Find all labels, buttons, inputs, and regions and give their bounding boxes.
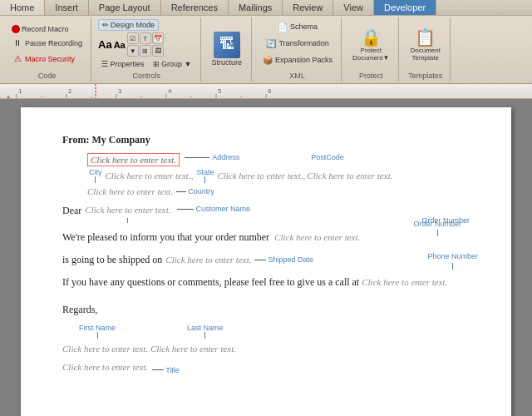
city-text[interactable]: Click here to enter text., — [106, 171, 194, 181]
from-line: From: My Company — [62, 132, 470, 148]
group-button[interactable]: ⊞ Group ▼ — [150, 58, 195, 70]
country-label: Country — [188, 187, 214, 196]
ctrl-icon-5[interactable]: ⊞ — [140, 45, 151, 57]
state-text[interactable]: Click here to enter text., — [217, 171, 305, 181]
dear-line: Dear Click here to enter text. Customer … — [62, 203, 470, 223]
document-area: From: My Company Click here to enter tex… — [0, 99, 532, 416]
ruler-svg: 1 2 3 4 5 6 — [0, 84, 515, 99]
svg-text:5: 5 — [218, 87, 222, 95]
shipped-date-label: Shipped Date — [268, 254, 313, 265]
aa-large-button[interactable]: Aa — [98, 38, 112, 51]
design-mode-button[interactable]: ✏ Design Mode — [98, 19, 159, 31]
address-label: Address — [212, 153, 239, 161]
ctrl-icon-4[interactable]: ▼ — [127, 45, 139, 57]
security-icon: ⚠ — [12, 53, 23, 65]
ribbon-content: Record Macro ⏸ Pause Recording ⚠ Macro S… — [0, 16, 532, 83]
xml-group-label: XML — [289, 70, 305, 80]
protect-label: Protect — [359, 70, 383, 80]
name-line[interactable]: Click here to enter text. Click here to … — [62, 342, 470, 357]
ruler: 1 2 3 4 5 6 — [0, 84, 532, 99]
postcode-label: PostCode — [311, 153, 344, 161]
tab-page-layout[interactable]: Page Layout — [89, 0, 161, 15]
transformation-icon: 🔄 — [265, 37, 277, 49]
ribbon-group-templates: 📋 DocumentTemplate Templates — [401, 17, 450, 82]
address-block: Click here to enter text. Address PostCo… — [87, 153, 470, 183]
svg-text:2: 2 — [68, 87, 72, 95]
ctrl-icon-6[interactable]: 🖼 — [152, 45, 164, 57]
properties-button[interactable]: ☰ Properties — [98, 58, 148, 70]
protect-icon: 🔒 — [362, 28, 380, 47]
expansion-icon: 📦 — [262, 54, 273, 66]
record-icon — [12, 25, 20, 33]
tab-developer[interactable]: Developer — [374, 0, 436, 15]
protect-document-button[interactable]: 🔒 ProtectDocument▼ — [348, 26, 393, 64]
city-row: City Click here to enter text., State Cl… — [87, 168, 470, 183]
document-page: From: My Company Click here to enter tex… — [21, 107, 511, 416]
order-number-control[interactable]: Click here to enter text. — [274, 232, 360, 242]
tab-home[interactable]: Home — [0, 0, 45, 15]
svg-text:4: 4 — [168, 87, 172, 95]
ship-line: is going to be shipped on Click here to … — [62, 252, 470, 268]
country-text[interactable]: Click here to enter text. — [87, 186, 173, 196]
svg-text:1: 1 — [18, 87, 22, 95]
tab-review[interactable]: Review — [283, 0, 333, 15]
templates-label: Templates — [408, 70, 442, 80]
zip-text[interactable]: Click here to enter text. — [307, 171, 392, 181]
title-label: Title — [165, 366, 180, 374]
city-annotation: City — [89, 168, 102, 183]
ribbon-group-structure: 🏗 Structure — [203, 17, 253, 82]
ribbon-group-xml: 📄 Schema 🔄 Transformation 📦 Expansion Pa… — [254, 17, 342, 82]
ctrl-icon-1[interactable]: ☑ — [127, 32, 139, 44]
structure-button[interactable]: 🏗 Structure — [208, 29, 247, 69]
schema-icon: 📄 — [277, 21, 288, 32]
phone-annotation: Phone Number — [427, 250, 478, 269]
tab-references[interactable]: References — [161, 0, 229, 15]
macro-security-button[interactable]: ⚠ Macro Security — [8, 52, 86, 67]
design-icon: ✏ — [102, 21, 109, 29]
svg-text:6: 6 — [268, 87, 272, 95]
address-control[interactable]: Click here to enter text. — [87, 153, 180, 166]
controls-group-label: Controls — [133, 70, 161, 80]
structure-icon: 🏗 — [214, 32, 240, 58]
tab-mailings[interactable]: Mailings — [229, 0, 283, 15]
code-group-label: Code — [38, 70, 57, 80]
ctrl-icon-2[interactable]: T — [140, 32, 151, 44]
tab-bar: Home Insert Page Layout References Maili… — [0, 0, 532, 16]
order-num-ann: Order Number — [413, 218, 461, 236]
template-icon: 📋 — [416, 28, 435, 47]
transformation-button[interactable]: 🔄 Transformation — [262, 36, 332, 51]
order-line: We're pleased to inform you that your or… — [62, 230, 470, 245]
regards-line: Regards, — [62, 302, 470, 318]
ribbon-group-protect: 🔒 ProtectDocument▼ Protect — [343, 17, 399, 82]
svg-text:3: 3 — [118, 87, 122, 95]
name-annotation-row: First Name Last Name — [62, 324, 470, 339]
expansion-packs-button[interactable]: 📦 Expansion Packs — [259, 52, 336, 67]
title-control[interactable]: Click here to enter text. — [62, 362, 148, 372]
svg-rect-0 — [0, 84, 515, 99]
phone-control[interactable]: Click here to enter text. — [362, 275, 447, 290]
aa-small-button[interactable]: Aa — [114, 40, 126, 50]
ship-date-control[interactable]: Click here to enter text. — [165, 253, 251, 268]
pause-icon: ⏸ — [12, 37, 23, 49]
record-macro-button[interactable]: Record Macro — [8, 23, 86, 35]
ribbon-group-code: Record Macro ⏸ Pause Recording ⚠ Macro S… — [3, 17, 91, 82]
questions-line: If you have any questions or comments, p… — [62, 275, 470, 290]
schema-button[interactable]: 📄 Schema — [273, 19, 321, 34]
customer-name-label: Customer Name — [195, 203, 250, 215]
ribbon: Home Insert Page Layout References Maili… — [0, 0, 532, 84]
tab-insert[interactable]: Insert — [45, 0, 89, 15]
ribbon-group-controls: ✏ Design Mode Aa Aa ☑ T 📅 ▼ ⊞ 🖼 — [93, 17, 200, 82]
tab-view[interactable]: View — [333, 0, 374, 15]
document-template-button[interactable]: 📋 DocumentTemplate — [406, 26, 444, 64]
customer-name-control[interactable]: Click here to enter text. — [85, 203, 170, 218]
title-line: Click here to enter text. Title — [62, 361, 470, 374]
country-line: Click here to enter text. Country — [87, 186, 470, 196]
ctrl-icon-3[interactable]: 📅 — [152, 32, 164, 44]
state-annotation: State — [196, 168, 214, 183]
pause-recording-button[interactable]: ⏸ Pause Recording — [8, 36, 86, 51]
